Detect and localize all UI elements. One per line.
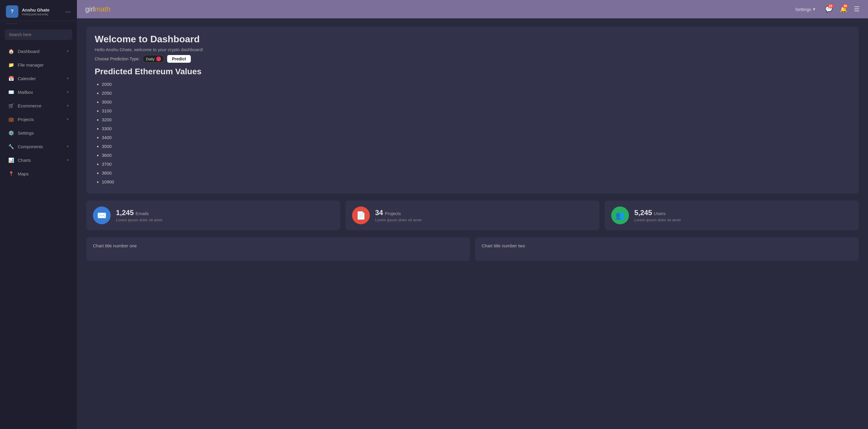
- dashboard-greeting: Hello Anshu Ghate, welcome to your crypt…: [95, 47, 850, 52]
- stat-count: 1,245Emails: [116, 209, 334, 217]
- logo-prefix: girl: [85, 5, 95, 13]
- stat-icon-users: 👥: [611, 207, 629, 224]
- predicted-value-item: 3600: [102, 151, 850, 160]
- stat-icon-projects: 📄: [352, 207, 370, 224]
- chart-card-2: Chart title number two: [475, 237, 859, 261]
- stat-label: Users: [654, 211, 665, 216]
- predicted-value-item: 3000: [102, 98, 850, 106]
- messages-badge: 23: [828, 4, 834, 8]
- stat-desc: Lorem ipsum dolor sit amet: [375, 218, 593, 222]
- topbar: girlmath Settings ▾ 💬 23 🔔 98 ☰: [77, 0, 868, 18]
- sidebar-item-projects[interactable]: 💼 Projects ▾: [2, 113, 74, 126]
- chart-card-1: Chart title number one: [86, 237, 470, 261]
- sidebar-item-calendar[interactable]: 📅 Calender ▾: [2, 72, 74, 85]
- stat-info: 5,245Users Lorem ipsum dolor sit amet: [634, 209, 852, 222]
- predicted-value-item: 3800: [102, 168, 850, 178]
- sidebar-item-mailbox[interactable]: ✉️ Mailbox ▾: [2, 86, 74, 98]
- charts-icon: 📊: [8, 157, 14, 163]
- predicted-value-item: 2050: [102, 89, 850, 98]
- sidebar-item-label: Projects: [18, 117, 34, 122]
- settings-button[interactable]: Settings ▾: [795, 6, 815, 12]
- avatar: ?: [6, 5, 18, 18]
- prediction-type-toggle[interactable]: Daily: [143, 55, 164, 63]
- predicted-value-item: 3300: [102, 124, 850, 133]
- sidebar: ? Anshu Ghate Hellkjcjwknkjnedkj — 🏠 Das…: [0, 0, 77, 429]
- predicted-value-item: 3400: [102, 133, 850, 142]
- chevron-down-icon: ▾: [67, 90, 69, 94]
- stat-label: Emails: [135, 211, 149, 216]
- chevron-down-icon: ▾: [67, 158, 69, 162]
- sidebar-item-file-manager[interactable]: 📁 File manager: [2, 58, 74, 71]
- messages-button[interactable]: 💬 23: [823, 4, 834, 15]
- prediction-label: Choose Prediction Type:: [95, 57, 140, 61]
- chevron-down-icon: ▾: [67, 76, 69, 81]
- predicted-value-item: 3200: [102, 115, 850, 124]
- stat-info: 1,245Emails Lorem ipsum dolor sit amet: [116, 209, 334, 222]
- ecommerce-icon: 🛒: [8, 103, 14, 109]
- sidebar-item-label: Calender: [18, 76, 36, 81]
- charts-row: Chart title number oneChart title number…: [86, 237, 859, 261]
- sidebar-user-section: ? Anshu Ghate Hellkjcjwknkjnedkj —: [0, 0, 77, 21]
- sidebar-username: Anshu Ghate: [22, 7, 50, 12]
- sidebar-item-components[interactable]: 🔧 Components ▾: [2, 140, 74, 153]
- settings-label: Settings: [795, 7, 811, 12]
- dashboard-header: Welcome to Dashboard Hello Anshu Ghate, …: [86, 27, 859, 193]
- menu-button[interactable]: ☰: [854, 5, 860, 13]
- stat-card-projects: 📄 34Projects Lorem ipsum dolor sit amet: [345, 201, 599, 230]
- sidebar-item-label: Ecommerce: [18, 103, 41, 108]
- file-manager-icon: 📁: [8, 62, 14, 68]
- sidebar-item-maps[interactable]: 📍 Maps: [2, 167, 74, 180]
- projects-icon: 💼: [8, 116, 14, 122]
- chevron-down-icon: ▾: [67, 144, 69, 149]
- sidebar-item-label: Components: [18, 144, 43, 149]
- chart-card-title: Chart title number two: [482, 243, 852, 248]
- prediction-type-value: Daily: [146, 57, 154, 61]
- predicted-value-item: 3700: [102, 160, 850, 168]
- stats-row: ✉️ 1,245Emails Lorem ipsum dolor sit ame…: [86, 201, 859, 230]
- stat-card-users: 👥 5,245Users Lorem ipsum dolor sit amet: [605, 201, 859, 230]
- mailbox-icon: ✉️: [8, 89, 14, 95]
- stat-card-emails: ✉️ 1,245Emails Lorem ipsum dolor sit ame…: [86, 201, 340, 230]
- maps-icon: 📍: [8, 171, 14, 177]
- sidebar-item-ecommerce[interactable]: 🛒 Ecommerce ▾: [2, 99, 74, 112]
- sidebar-item-label: Charts: [18, 158, 31, 163]
- predicted-title: Predicted Ethereum Values: [95, 67, 850, 76]
- stat-count: 34Projects: [375, 209, 593, 217]
- sidebar-item-label: Maps: [18, 171, 29, 176]
- chevron-down-icon: ▾: [67, 49, 69, 53]
- calendar-icon: 📅: [8, 75, 14, 81]
- search-input[interactable]: [5, 29, 72, 40]
- predicted-value-item: 3100: [102, 106, 850, 115]
- sidebar-item-label: Mailbox: [18, 90, 33, 95]
- main-area: girlmath Settings ▾ 💬 23 🔔 98 ☰ Welcome …: [77, 0, 868, 429]
- sidebar-collapse-button[interactable]: —: [65, 8, 71, 14]
- predict-button[interactable]: Predict: [167, 55, 190, 63]
- stat-count: 5,245Users: [634, 209, 852, 217]
- stat-desc: Lorem ipsum dolor sit amet: [116, 218, 334, 222]
- chevron-down-icon: ▾: [67, 103, 69, 108]
- toggle-dot-icon: [156, 57, 161, 61]
- content-area: Welcome to Dashboard Hello Anshu Ghate, …: [77, 18, 868, 429]
- prediction-row: Choose Prediction Type: Daily Predict: [95, 55, 850, 63]
- notifications-badge: 98: [842, 4, 848, 8]
- chart-card-title: Chart title number one: [93, 243, 463, 248]
- dashboard-icon: 🏠: [8, 48, 14, 54]
- dashboard-title: Welcome to Dashboard: [95, 34, 850, 45]
- sidebar-item-charts[interactable]: 📊 Charts ▾: [2, 154, 74, 166]
- logo-suffix: math: [95, 5, 110, 13]
- predicted-value-item: 2000: [102, 80, 850, 89]
- chevron-down-icon: ▾: [813, 6, 815, 12]
- sidebar-item-label: Dashboard: [18, 49, 39, 54]
- predicted-value-item: 10900: [102, 178, 850, 186]
- notifications-button[interactable]: 🔔 98: [838, 4, 849, 15]
- sidebar-item-settings[interactable]: ⚙️ Settings: [2, 126, 74, 140]
- stat-icon-emails: ✉️: [93, 207, 111, 224]
- sidebar-nav: 🏠 Dashboard ▾ 📁 File manager 📅 Calender …: [0, 42, 77, 429]
- chevron-down-icon: ▾: [67, 117, 69, 121]
- app-logo: girlmath: [85, 5, 110, 13]
- sidebar-item-dashboard[interactable]: 🏠 Dashboard ▾: [2, 45, 74, 58]
- sidebar-divider: [6, 23, 18, 24]
- sidebar-subtitle: Hellkjcjwknkjnedkj: [22, 12, 50, 16]
- predicted-values-list: 2000205030003100320033003400350036003700…: [95, 80, 850, 186]
- sidebar-item-label: Settings: [18, 130, 34, 135]
